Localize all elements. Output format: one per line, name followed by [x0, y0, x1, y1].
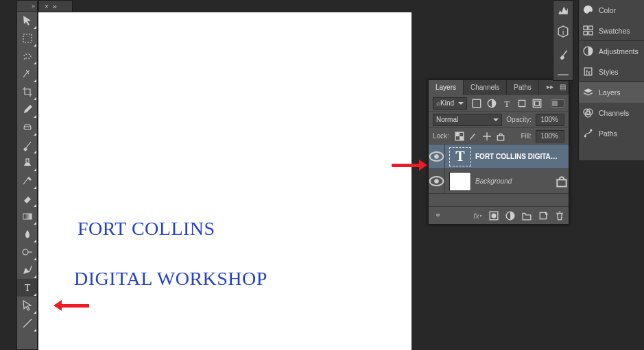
submenu-indicator: [34, 329, 36, 332]
svg-text:T: T: [504, 99, 510, 108]
tools-panel-header[interactable]: »: [17, 1, 37, 12]
submenu-indicator: [34, 62, 36, 64]
panel-tab-label: Color: [599, 6, 616, 14]
blend-mode-value: Normal: [436, 116, 458, 123]
tab-layers[interactable]: Layers: [429, 80, 464, 95]
opacity-value-field[interactable]: 100%: [536, 114, 564, 126]
trash-icon[interactable]: [555, 211, 564, 221]
svg-point-22: [492, 213, 497, 218]
tab-paths[interactable]: Paths: [507, 80, 539, 95]
blend-mode-dropdown[interactable]: Normal: [433, 114, 502, 126]
layer-fx-icon[interactable]: fx▾: [473, 211, 482, 221]
layer-name[interactable]: Background: [475, 177, 555, 185]
tools-expand-icon[interactable]: »: [32, 3, 36, 10]
visibility-toggle[interactable]: [429, 169, 445, 194]
svg-rect-3: [23, 214, 32, 219]
filter-type-icon[interactable]: T: [501, 98, 512, 109]
layer-row-text[interactable]: T FORT COLLINS DIGITA…: [429, 145, 569, 169]
panel-tab-layers[interactable]: Layers: [579, 82, 644, 103]
adjustment-layer-icon[interactable]: [505, 211, 515, 221]
lock-transparent-icon[interactable]: [455, 132, 464, 141]
filter-smart-icon[interactable]: [532, 98, 542, 109]
canvas-text-layer[interactable]: Fort Collins Digital Workshop: [47, 192, 267, 341]
visibility-toggle[interactable]: [429, 145, 445, 169]
document-tab[interactable]: × »: [38, 0, 73, 12]
dodge-tool[interactable]: [17, 243, 37, 261]
blur-tool[interactable]: [17, 225, 37, 243]
filter-adjust-icon[interactable]: [486, 98, 497, 109]
filter-toggle-switch[interactable]: [551, 99, 564, 108]
quick-select-tool[interactable]: [17, 65, 37, 83]
lock-label: Lock:: [433, 132, 449, 140]
layer-filter-row: ⌕ Kind T: [429, 95, 569, 112]
brush-tool[interactable]: [17, 136, 37, 154]
opacity-value: 100%: [540, 116, 558, 123]
eraser-tool[interactable]: [17, 190, 37, 208]
blend-opacity-row: Normal Opacity: 100%: [429, 112, 569, 128]
fill-value: 100%: [540, 132, 558, 140]
text-line-1: Fort Collins: [77, 218, 215, 239]
line-tool[interactable]: [17, 314, 37, 332]
group-icon[interactable]: [522, 211, 532, 221]
submenu-indicator: [34, 311, 36, 314]
submenu-indicator: [34, 240, 36, 242]
link-layers-icon[interactable]: ⚭: [433, 211, 442, 221]
fill-value-field[interactable]: 100%: [536, 130, 564, 142]
svg-rect-11: [535, 101, 540, 105]
panel-tab-color[interactable]: Color: [579, 0, 644, 21]
close-tab-icon[interactable]: ×: [45, 3, 49, 10]
filter-shape-icon[interactable]: [516, 98, 527, 109]
svg-rect-20: [557, 179, 566, 186]
panel-tab-adjustments[interactable]: Adjustments: [579, 41, 644, 62]
lasso-tool[interactable]: [17, 47, 37, 65]
panel-tab-swatches[interactable]: Swatches: [579, 21, 644, 41]
submenu-indicator: [34, 97, 36, 100]
submenu-indicator: [34, 151, 36, 153]
panel-tab-label: Swatches: [599, 27, 630, 35]
annotation-arrow-layer: [392, 160, 427, 171]
options-mini-bar: i: [553, 0, 573, 81]
right-panel-dock: Color Swatches Adjustments fx Styles Lay…: [578, 0, 644, 160]
filter-kind-dropdown[interactable]: ⌕ Kind: [433, 97, 467, 110]
clone-stamp-tool[interactable]: [17, 154, 37, 172]
svg-point-17: [434, 154, 439, 159]
annotation-arrow-type-tool: [53, 300, 89, 311]
move-tool[interactable]: [17, 12, 37, 29]
brush-panel-icon[interactable]: [557, 47, 569, 60]
submenu-indicator: [34, 44, 36, 47]
healing-brush-tool[interactable]: [17, 118, 37, 136]
panel-collapse-icon[interactable]: ▸▸: [545, 83, 555, 92]
new-layer-icon[interactable]: [538, 211, 548, 221]
svg-rect-28: [584, 32, 587, 35]
crop-tool[interactable]: [17, 83, 37, 101]
panel-menu-icon[interactable]: ▤: [558, 83, 567, 92]
layer-row-background[interactable]: Background: [429, 169, 569, 194]
panel-tab-paths[interactable]: Paths: [579, 123, 644, 144]
lock-paint-icon[interactable]: [468, 132, 478, 141]
submenu-indicator: [34, 293, 36, 296]
filter-pixel-icon[interactable]: [471, 98, 482, 109]
path-select-tool[interactable]: [17, 297, 37, 314]
submenu-indicator: [34, 79, 36, 82]
tab-channels[interactable]: Channels: [464, 80, 507, 95]
lock-position-icon[interactable]: [482, 132, 492, 141]
marquee-tool[interactable]: [17, 29, 37, 47]
text-line-2: Digital Workshop: [74, 266, 267, 291]
chevron-down-icon: [493, 118, 499, 121]
pen-tool[interactable]: [17, 261, 37, 279]
history-brush-tool[interactable]: [17, 172, 37, 190]
layer-name[interactable]: FORT COLLINS DIGITA…: [475, 153, 569, 160]
layer-mask-icon[interactable]: [489, 211, 499, 221]
svg-rect-14: [460, 136, 464, 140]
info-icon[interactable]: i: [557, 25, 569, 38]
panel-tab-channels[interactable]: Channels: [579, 103, 644, 123]
document-canvas[interactable]: Fort Collins Digital Workshop: [38, 12, 412, 350]
tab-expand-icon: »: [53, 2, 57, 10]
histogram-icon[interactable]: [557, 3, 569, 16]
lock-all-icon[interactable]: [496, 132, 505, 141]
layers-panel-tabs: Layers Channels Paths ▸▸ ▤: [429, 80, 569, 95]
type-tool[interactable]: T: [17, 279, 37, 297]
gradient-tool[interactable]: [17, 208, 37, 225]
panel-tab-styles[interactable]: fx Styles: [579, 62, 644, 82]
eyedropper-tool[interactable]: [17, 101, 37, 118]
